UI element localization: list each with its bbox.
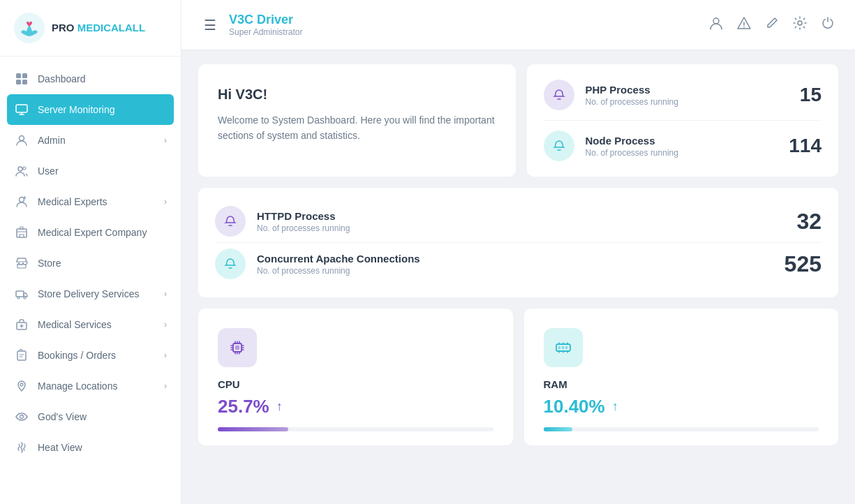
cpu-label: CPU — [218, 378, 493, 390]
sidebar-item-medical-experts[interactable]: Medical Experts › — [0, 186, 181, 217]
sidebar-item-heat-view[interactable]: Heat View — [0, 432, 181, 463]
top-row: Hi V3C! Welcome to System Dashboard. Her… — [198, 64, 838, 177]
node-process-item: Node Process No. of processes running 11… — [544, 131, 822, 161]
welcome-card: Hi V3C! Welcome to System Dashboard. Her… — [198, 64, 516, 177]
header-title: V3C Driver — [229, 13, 302, 27]
apache-icon-wrap — [215, 249, 246, 279]
cpu-percentage: 25.7% — [218, 396, 269, 417]
apache-process-name: Concurrent Apache Connections — [257, 253, 773, 265]
sidebar-item-gods-view[interactable]: God's View — [0, 401, 181, 432]
svg-point-8 — [23, 167, 26, 170]
httpd-process-sub: No. of processes running — [257, 223, 785, 233]
svg-point-7 — [18, 167, 22, 171]
sidebar-item-user[interactable]: User — [0, 156, 181, 186]
svg-point-9 — [20, 198, 24, 202]
cpu-progress-fill — [218, 427, 288, 431]
httpd-apache-card: HTTPD Process No. of processes running 3… — [198, 188, 838, 297]
sidebar-item-dashboard[interactable]: Dashboard — [0, 64, 181, 94]
sidebar-item-label: Store — [38, 258, 61, 269]
sidebar-item-label: User — [38, 165, 59, 177]
sidebar-item-label: Bookings / Orders — [38, 350, 116, 361]
ram-icon-wrap — [544, 328, 583, 367]
php-process-sub: No. of processes running — [586, 97, 789, 107]
node-process-count: 114 — [789, 135, 821, 157]
hamburger-button[interactable]: ☰ — [201, 14, 219, 36]
sidebar-item-admin[interactable]: Admin › — [0, 125, 181, 156]
svg-rect-27 — [565, 346, 567, 349]
chevron-icon: › — [164, 289, 167, 299]
header: ☰ V3C Driver Super Administrator — [181, 0, 855, 50]
svg-point-18 — [20, 383, 23, 386]
apache-process-info: Concurrent Apache Connections No. of pro… — [257, 253, 773, 276]
chevron-icon: › — [164, 350, 167, 360]
settings-icon[interactable] — [792, 15, 808, 34]
svg-point-6 — [20, 136, 24, 141]
svg-rect-11 — [20, 227, 23, 229]
grid-icon — [14, 71, 29, 87]
sidebar-item-store-delivery[interactable]: Store Delivery Services › — [0, 279, 181, 309]
ram-percentage: 10.40% — [544, 396, 605, 417]
monitor-icon — [14, 102, 29, 117]
edit-icon[interactable] — [764, 15, 780, 34]
sidebar-item-label: Manage Locations — [38, 380, 117, 392]
logo-text: PRO MEDICALALL — [52, 22, 145, 34]
cpu-icon — [228, 338, 247, 357]
delivery-icon — [14, 286, 29, 302]
ram-progress-fill — [544, 427, 572, 431]
chevron-icon: › — [164, 381, 167, 391]
httpd-icon-wrap — [215, 206, 246, 237]
welcome-message: Welcome to System Dashboard. Here you wi… — [218, 112, 496, 144]
php-process-name: PHP Process — [586, 84, 789, 96]
header-subtitle: Super Administrator — [229, 27, 302, 37]
bottom-row: CPU 25.7% ↑ — [198, 309, 838, 445]
building-icon — [14, 225, 29, 240]
svg-point-19 — [20, 415, 24, 419]
sidebar-item-manage-locations[interactable]: Manage Locations › — [0, 371, 181, 401]
node-process-name: Node Process — [586, 135, 778, 147]
svg-point-20 — [713, 18, 719, 24]
bell-teal-icon — [552, 139, 566, 153]
sidebar-item-store[interactable]: Store — [0, 248, 181, 279]
cpu-progress-bg — [218, 427, 493, 431]
sidebar: PRO MEDICALALL Dashboard Server Monitori… — [0, 0, 181, 504]
user-icon[interactable] — [708, 15, 724, 34]
sidebar-item-medical-expert-company[interactable]: Medical Expert Company — [0, 217, 181, 248]
php-process-count: 15 — [800, 84, 821, 106]
sidebar-item-label: Store Delivery Services — [38, 288, 140, 299]
chevron-icon: › — [164, 135, 167, 145]
sidebar-item-bookings[interactable]: Bookings / Orders › — [0, 340, 181, 371]
chevron-icon: › — [164, 320, 167, 329]
warning-icon[interactable] — [736, 15, 752, 34]
php-node-card: PHP Process No. of processes running 15 … — [527, 64, 839, 177]
ram-icon — [553, 338, 573, 357]
sidebar-item-label: Heat View — [38, 442, 82, 453]
main-area: ☰ V3C Driver Super Administrator — [181, 0, 855, 504]
store-icon — [14, 255, 29, 271]
bell-icon — [552, 88, 566, 102]
sidebar-item-medical-services[interactable]: Medical Services › — [0, 309, 181, 340]
apache-process-count: 525 — [785, 251, 821, 277]
clipboard-icon — [14, 348, 29, 363]
httpd-process-item: HTTPD Process No. of processes running 3… — [215, 200, 821, 242]
logo-text-area: PRO MEDICALALL — [52, 22, 145, 34]
svg-rect-12 — [17, 265, 26, 268]
cpu-card: CPU 25.7% ↑ — [198, 309, 513, 445]
svg-rect-23 — [235, 346, 239, 350]
svg-rect-4 — [22, 80, 27, 84]
svg-rect-25 — [558, 346, 560, 349]
sidebar-item-label: Server Monitoring — [38, 104, 115, 115]
sidebar-item-label: Medical Experts — [38, 196, 107, 207]
httpd-process-count: 32 — [796, 209, 821, 235]
bell-httpd-icon — [223, 214, 237, 228]
power-icon[interactable] — [820, 15, 835, 34]
php-process-item: PHP Process No. of processes running 15 — [544, 80, 822, 110]
svg-rect-13 — [16, 291, 24, 297]
medical-icon — [14, 194, 29, 209]
ram-progress-bg — [544, 427, 819, 431]
sidebar-item-server-monitoring[interactable]: Server Monitoring — [7, 94, 174, 125]
cpu-icon-wrap — [218, 328, 257, 367]
sidebar-item-label: Admin — [38, 135, 66, 146]
chevron-icon: › — [164, 197, 167, 207]
sidebar-item-label: Dashboard — [38, 73, 86, 84]
sidebar-navigation: Dashboard Server Monitoring Admin › User — [0, 57, 181, 504]
